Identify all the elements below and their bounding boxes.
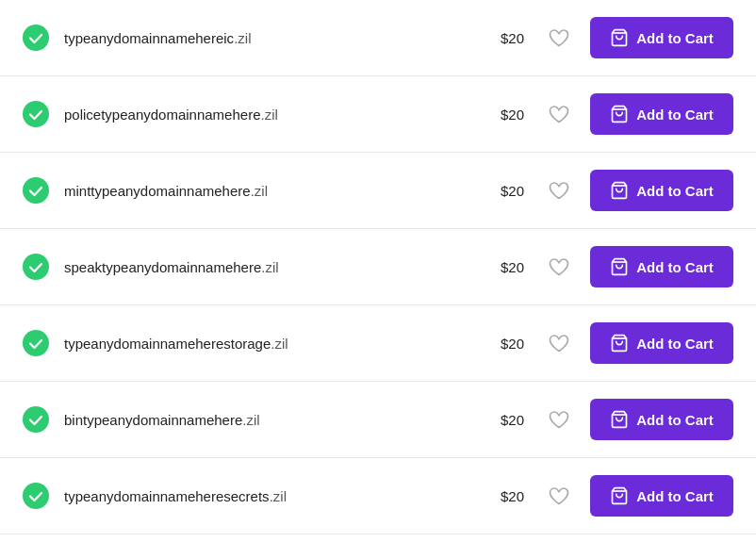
domain-price: $20 [490,488,524,504]
domain-row: minttypeanydomainnamehere.zil $20 Add to… [0,153,756,229]
svg-point-12 [23,483,49,509]
wishlist-button[interactable] [541,101,577,127]
domain-row: policetypeanydomainnamehere.zil $20 Add … [0,76,756,153]
cart-icon [610,105,629,123]
heart-icon [549,28,569,47]
svg-point-8 [23,330,49,356]
domain-tld: .zil [271,336,288,352]
domain-price: $20 [490,412,524,428]
heart-icon [549,334,569,353]
domain-name: policetypeanydomainnamehere.zil [64,107,490,123]
cart-icon [610,181,629,200]
cart-icon [610,28,629,47]
domain-name: minttypeanydomainnamehere.zil [64,183,490,199]
domain-tld: .zil [234,30,251,46]
add-to-cart-label: Add to Cart [636,259,714,275]
domain-price: $20 [490,30,524,46]
wishlist-button[interactable] [541,330,577,356]
domain-row: typeanydomainnameherebus.zil $20 Add to … [0,534,756,542]
svg-point-0 [23,25,49,51]
add-to-cart-button[interactable]: Add to Cart [590,322,733,364]
add-to-cart-button[interactable]: Add to Cart [590,93,733,135]
domain-tld: .zil [251,183,268,199]
check-icon [23,483,49,509]
check-icon [23,101,49,127]
domain-name: typeanydomainnameheresecrets.zil [64,488,490,504]
add-to-cart-button[interactable]: Add to Cart [590,170,733,211]
domain-list: typeanydomainnamehereic.zil $20 Add to C… [0,0,756,542]
wishlist-button[interactable] [541,406,577,433]
check-icon [23,25,49,51]
add-to-cart-label: Add to Cart [636,412,714,428]
wishlist-button[interactable] [541,177,577,204]
wishlist-button[interactable] [541,254,577,280]
add-to-cart-label: Add to Cart [636,183,714,199]
heart-icon [549,257,569,276]
check-icon [23,177,49,204]
check-icon [23,254,49,280]
domain-tld: .zil [261,259,278,275]
domain-price: $20 [490,336,524,352]
wishlist-button[interactable] [541,25,577,51]
cart-icon [610,486,629,505]
svg-point-10 [23,406,49,433]
check-icon [23,406,49,433]
add-to-cart-button[interactable]: Add to Cart [590,399,733,440]
cart-icon [610,334,629,353]
heart-icon [549,486,569,505]
domain-name: bintypeanydomainnamehere.zil [64,412,490,428]
domain-price: $20 [490,107,524,123]
domain-row: typeanydomainnameheresecrets.zil $20 Add… [0,458,756,534]
cart-icon [610,410,629,429]
heart-icon [549,181,569,200]
cart-icon [610,257,629,276]
domain-tld: .zil [242,412,259,428]
domain-name: typeanydomainnamehereic.zil [64,30,490,46]
domain-price: $20 [490,259,524,275]
add-to-cart-button[interactable]: Add to Cart [590,17,733,58]
domain-row: bintypeanydomainnamehere.zil $20 Add to … [0,382,756,458]
domain-tld: .zil [260,107,277,123]
domain-tld: .zil [270,488,287,504]
add-to-cart-label: Add to Cart [636,488,714,504]
heart-icon [549,410,569,429]
add-to-cart-button[interactable]: Add to Cart [590,246,733,287]
domain-price: $20 [490,183,524,199]
heart-icon [549,105,569,123]
svg-point-6 [23,254,49,280]
svg-point-2 [23,101,49,127]
add-to-cart-button[interactable]: Add to Cart [590,475,733,517]
domain-row: typeanydomainnameherestorage.zil $20 Add… [0,305,756,382]
domain-name: speaktypeanydomainnamehere.zil [64,259,490,275]
check-icon [23,330,49,356]
svg-point-4 [23,177,49,204]
domain-name: typeanydomainnameherestorage.zil [64,336,490,352]
wishlist-button[interactable] [541,483,577,509]
domain-row: speaktypeanydomainnamehere.zil $20 Add t… [0,229,756,305]
add-to-cart-label: Add to Cart [636,336,714,352]
add-to-cart-label: Add to Cart [636,107,714,123]
domain-row: typeanydomainnamehereic.zil $20 Add to C… [0,0,756,76]
add-to-cart-label: Add to Cart [636,30,714,46]
